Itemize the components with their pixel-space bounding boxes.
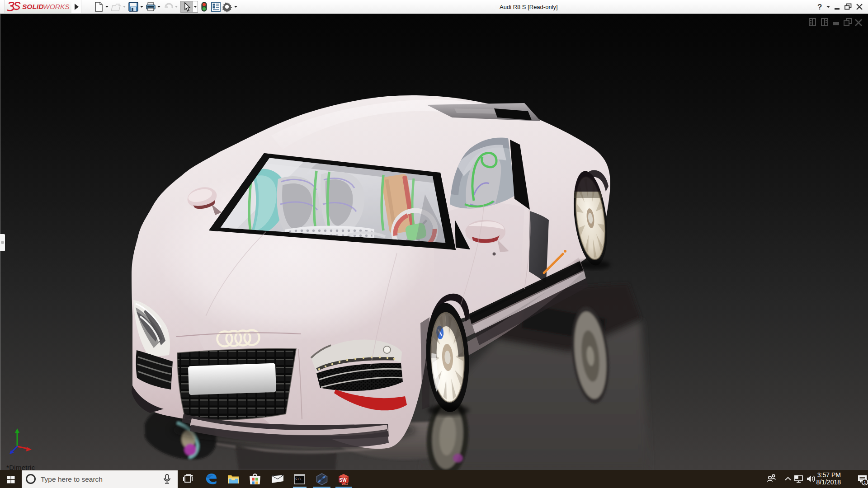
svg-text:?: ? [817,3,822,11]
svg-text:2017: 2017 [342,482,349,485]
svg-text:1: 1 [864,480,866,485]
svg-text:C:\_: C:\_ [296,477,304,481]
svg-text:Type here to search: Type here to search [41,475,103,483]
